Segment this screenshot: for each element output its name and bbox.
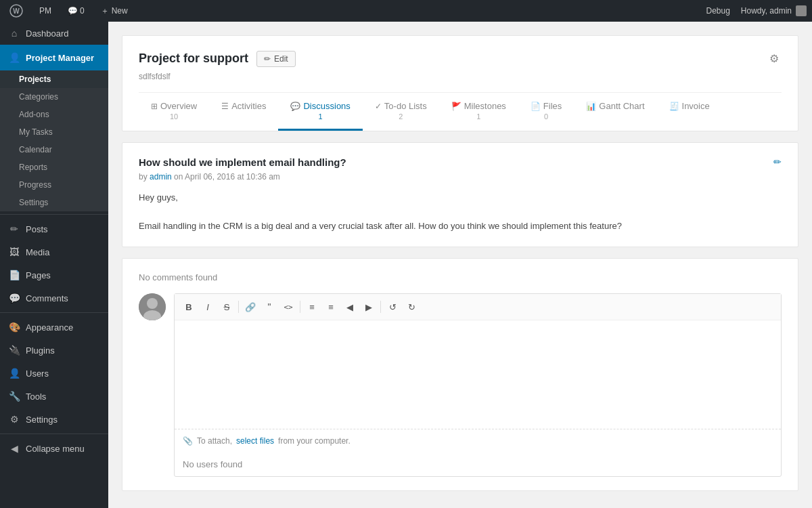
comment-editor-row: B I S 🔗 " <> ≡ ≡ ◀ ▶ ↺ ↻ — [139, 293, 782, 477]
tab-discussions[interactable]: 💬 Discussions 1 — [278, 93, 362, 131]
pm-label: PM — [39, 6, 51, 16]
sidebar-item-calendar[interactable]: Calendar — [0, 141, 108, 158]
sidebar-item-settings[interactable]: ⚙ Settings — [0, 408, 108, 431]
tab-todo-lists[interactable]: ✓ To-do Lists 2 — [363, 93, 439, 131]
toolbar-undo[interactable]: ↺ — [384, 298, 401, 316]
toolbar-bold[interactable]: B — [180, 298, 198, 316]
pages-icon: 📄 — [8, 269, 20, 281]
collapse-menu-button[interactable]: ◀ Collapse menu — [0, 437, 108, 460]
sidebar-item-settings-pm[interactable]: Settings — [0, 194, 108, 211]
sidebar-item-dashboard[interactable]: ⌂ Dashboard — [0, 22, 108, 45]
sidebar-item-categories[interactable]: Categories — [0, 88, 108, 106]
pm-menu-item[interactable]: PM — [35, 0, 55, 22]
sidebar-item-posts[interactable]: ✏ Posts — [0, 217, 108, 240]
toolbar-redo[interactable]: ↻ — [403, 298, 420, 316]
toolbar-divider-3 — [380, 301, 381, 313]
projects-label: Projects — [19, 75, 51, 84]
sidebar-item-reports[interactable]: Reports — [0, 158, 108, 176]
sidebar: ⌂ Dashboard 👤 Project Manager Projects C… — [0, 22, 108, 508]
admin-user-menu[interactable]: Howdy, admin — [741, 5, 807, 16]
sidebar-item-appearance[interactable]: 🎨 Appearance — [0, 316, 108, 339]
tab-milestones[interactable]: 🚩 Milestones 1 — [439, 93, 518, 131]
sidebar-item-my-tasks[interactable]: My Tasks — [0, 123, 108, 141]
author-link[interactable]: admin — [150, 172, 172, 182]
toolbar-indent[interactable]: ▶ — [360, 298, 378, 316]
toolbar-link[interactable]: 🔗 — [242, 298, 259, 316]
sidebar-item-comments[interactable]: 💬 Comments — [0, 287, 108, 310]
toolbar-blockquote[interactable]: " — [261, 298, 278, 316]
project-settings-button[interactable]: ⚙ — [767, 49, 782, 68]
tab-invoice[interactable]: 🧾 Invoice — [657, 93, 722, 131]
project-manager-label: Project Manager — [26, 53, 94, 63]
settings-pm-label: Settings — [19, 198, 48, 207]
milestones-count: 1 — [476, 112, 480, 121]
sidebar-divider-1 — [0, 214, 108, 215]
new-label: New — [112, 6, 128, 16]
media-label: Media — [26, 247, 49, 257]
overview-label: Overview — [160, 101, 197, 111]
project-subtitle: sdlfsfdslf — [139, 72, 782, 81]
howdy-label: Howdy, admin — [741, 6, 792, 16]
activities-icon: ☰ — [221, 102, 229, 111]
toolbar-outdent[interactable]: ◀ — [341, 298, 359, 316]
meta-date: on April 06, 2016 at 10:36 am — [174, 172, 280, 182]
wp-icon: W — [9, 4, 23, 18]
toolbar-unordered-list[interactable]: ≡ — [303, 298, 321, 316]
debug-menu-item[interactable]: Debug — [702, 0, 734, 22]
sidebar-item-pages[interactable]: 📄 Pages — [0, 263, 108, 287]
collapse-label: Collapse menu — [26, 444, 85, 454]
wp-logo-button[interactable]: W — [5, 0, 27, 22]
toolbar-divider-1 — [238, 301, 239, 313]
invoice-icon: 🧾 — [669, 102, 679, 111]
gear-icon: ⚙ — [769, 53, 779, 64]
media-icon: 🖼 — [8, 246, 20, 258]
user-avatar — [139, 293, 166, 320]
reports-label: Reports — [19, 163, 47, 172]
pm-submenu: Projects Categories Add-ons My Tasks Cal… — [0, 70, 108, 211]
toolbar-strikethrough[interactable]: S — [218, 298, 235, 316]
todo-icon: ✓ — [375, 102, 382, 111]
select-files-link[interactable]: select files — [236, 436, 274, 446]
discussion-card: How should we implement email handling? … — [122, 142, 798, 247]
users-label: Users — [26, 368, 49, 379]
meta-prefix: by — [139, 172, 148, 182]
comments-menu-item[interactable]: 💬 0 — [64, 0, 89, 22]
discussion-body: Hey guys, Email handling in the CRM is a… — [139, 191, 782, 233]
admin-avatar — [796, 5, 807, 16]
plugins-label: Plugins — [26, 345, 55, 356]
toolbar-italic[interactable]: I — [199, 298, 217, 316]
activities-label: Activities — [231, 101, 266, 111]
comment-editor-area: B I S 🔗 " <> ≡ ≡ ◀ ▶ ↺ ↻ — [174, 293, 782, 477]
project-title: Project for support — [139, 51, 248, 66]
sidebar-item-media[interactable]: 🖼 Media — [0, 240, 108, 263]
tab-gantt[interactable]: 📊 Gantt Chart — [574, 93, 656, 131]
edit-pencil-icon: ✏ — [264, 54, 271, 64]
gantt-label: Gantt Chart — [599, 101, 644, 111]
comment-icon: 💬 — [68, 6, 78, 16]
sidebar-item-addons[interactable]: Add-ons — [0, 106, 108, 123]
sidebar-item-users[interactable]: 👤 Users — [0, 362, 108, 385]
comments-icon: 💬 — [8, 292, 20, 304]
toolbar-code[interactable]: <> — [279, 298, 297, 316]
new-menu-item[interactable]: ＋ New — [97, 0, 132, 22]
avatar-image — [139, 293, 166, 320]
discussion-edit-button[interactable]: ✏ — [773, 156, 782, 167]
tab-activities[interactable]: ☰ Activities — [209, 93, 278, 131]
tab-overview[interactable]: ⊞ Overview 10 — [139, 93, 209, 131]
comment-input[interactable] — [175, 320, 781, 429]
sidebar-item-projects[interactable]: Projects — [0, 70, 108, 88]
edit-project-button[interactable]: ✏ Edit — [256, 51, 296, 67]
tab-files[interactable]: 📄 Files 0 — [518, 93, 574, 131]
sidebar-item-plugins[interactable]: 🔌 Plugins — [0, 339, 108, 362]
files-count: 0 — [544, 112, 548, 121]
sidebar-item-progress[interactable]: Progress — [0, 176, 108, 194]
project-manager-header[interactable]: 👤 Project Manager — [0, 45, 108, 70]
appearance-label: Appearance — [26, 322, 73, 333]
attachment-row: 📎 To attach, select files from your comp… — [175, 429, 781, 452]
collapse-icon: ◀ — [8, 442, 20, 454]
sidebar-item-tools[interactable]: 🔧 Tools — [0, 385, 108, 408]
posts-icon: ✏ — [8, 223, 20, 235]
toolbar-ordered-list[interactable]: ≡ — [322, 298, 340, 316]
users-icon: 👤 — [8, 367, 20, 379]
dashboard-label: Dashboard — [26, 28, 69, 39]
